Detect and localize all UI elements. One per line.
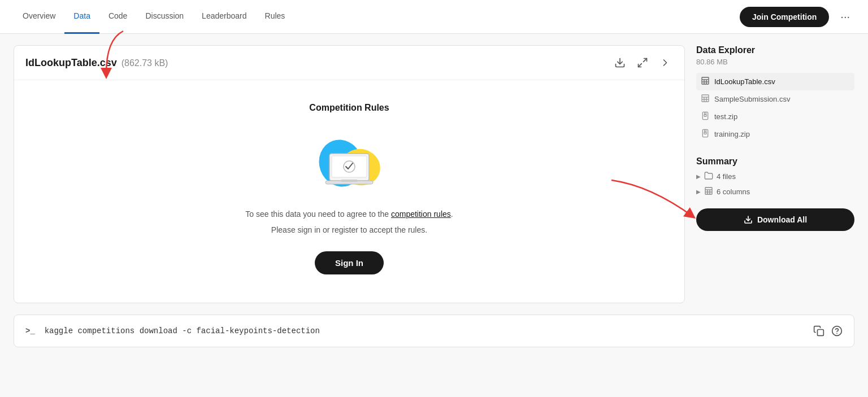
file-list-item-label: training.zip (714, 130, 750, 138)
cli-section: >_ kaggle competitions download -c facia… (0, 315, 868, 361)
file-list: IdLookupTable.csv SampleS (696, 73, 854, 143)
nav-right-actions: Join Competition ··· (740, 7, 854, 27)
left-content: IdLookupTable.csv (862.73 kB) (14, 45, 685, 303)
rules-title: Competition Rules (309, 103, 389, 113)
svg-rect-34 (818, 329, 824, 335)
tab-overview[interactable]: Overview (14, 0, 64, 34)
file-list-item[interactable]: SampleSubmission.csv (696, 90, 854, 108)
cli-command-text: kaggle competitions download -c facial-k… (45, 326, 320, 335)
file-viewer: IdLookupTable.csv (862.73 kB) (14, 45, 685, 303)
download-all-button[interactable]: Download All (696, 208, 854, 231)
right-sidebar: Data Explorer 80.86 MB (696, 45, 854, 245)
folder-icon (704, 171, 713, 182)
cli-actions (813, 325, 843, 337)
nav-tabs: Overview Data Code Discussion Leaderboar… (14, 0, 740, 34)
svg-rect-9 (341, 180, 358, 182)
rules-message-line2: Please sign in or register to accept the… (271, 224, 427, 236)
svg-rect-10 (702, 77, 709, 84)
tab-rules[interactable]: Rules (256, 0, 294, 34)
tab-discussion[interactable]: Discussion (136, 0, 193, 34)
csv-icon (701, 76, 710, 87)
tab-leaderboard[interactable]: Leaderboard (193, 0, 255, 34)
file-list-item-label: test.zip (714, 112, 737, 121)
svg-rect-20 (702, 112, 708, 119)
svg-line-2 (639, 64, 642, 67)
file-list-item[interactable]: training.zip (696, 125, 854, 143)
chevron-right-icon: ▶ (696, 189, 701, 195)
cli-command: >_ kaggle competitions download -c facia… (25, 326, 806, 335)
file-title: IdLookupTable.csv (862.73 kB) (25, 57, 612, 69)
file-list-item[interactable]: IdLookupTable.csv (696, 73, 854, 90)
download-all-wrapper: Download All (696, 208, 854, 231)
file-list-item-label: SampleSubmission.csv (714, 95, 790, 103)
copy-command-button[interactable] (813, 325, 824, 337)
svg-rect-23 (704, 115, 706, 116)
download-all-label: Download All (757, 215, 807, 224)
help-button[interactable] (831, 325, 843, 337)
data-explorer-title: Data Explorer (696, 45, 854, 55)
file-list-item-label: IdLookupTable.csv (714, 77, 775, 86)
download-icon (744, 215, 753, 224)
help-icon (831, 325, 843, 337)
main-layout: IdLookupTable.csv (862.73 kB) (0, 34, 868, 315)
tab-data[interactable]: Data (64, 0, 99, 34)
svg-rect-27 (704, 132, 706, 134)
svg-rect-15 (702, 95, 709, 102)
expand-file-button[interactable] (635, 55, 650, 71)
rules-message-line1: To see this data you need to agree to th… (245, 208, 453, 220)
copy-icon (813, 325, 824, 337)
summary-columns-item[interactable]: ▶ 6 columns (696, 184, 854, 199)
zip-icon (701, 129, 710, 139)
summary-title: Summary (696, 156, 854, 167)
file-size: (862.73 kB) (121, 58, 168, 68)
download-file-button[interactable] (612, 55, 628, 71)
more-options-button[interactable]: ··· (836, 8, 854, 25)
file-actions (612, 55, 673, 71)
file-name: IdLookupTable.csv (25, 57, 117, 69)
summary-columns-label: 6 columns (717, 187, 750, 196)
file-header: IdLookupTable.csv (862.73 kB) (14, 46, 684, 80)
summary-section: Summary ▶ 4 files ▶ (696, 156, 854, 231)
cli-box: >_ kaggle competitions download -c facia… (14, 315, 854, 347)
zip-icon (701, 111, 710, 122)
top-navigation: Overview Data Code Discussion Leaderboar… (0, 0, 868, 34)
svg-rect-24 (702, 129, 708, 137)
rules-content: Competition Rules (14, 80, 684, 303)
chevron-right-icon: ▶ (696, 173, 701, 180)
svg-rect-28 (705, 187, 712, 194)
next-file-button[interactable] (657, 55, 673, 71)
columns-icon (704, 186, 713, 197)
join-competition-button[interactable]: Join Competition (740, 7, 829, 27)
summary-files-item[interactable]: ▶ 4 files (696, 169, 854, 184)
svg-line-1 (644, 59, 647, 62)
csv-icon (701, 94, 710, 104)
cli-prompt-symbol: >_ (25, 326, 35, 335)
rules-illustration (310, 126, 389, 194)
data-explorer-size: 80.86 MB (696, 58, 854, 66)
tab-code[interactable]: Code (99, 0, 136, 34)
data-explorer-section: Data Explorer 80.86 MB (696, 45, 854, 143)
sign-in-button[interactable]: Sign In (315, 251, 384, 274)
file-list-item[interactable]: test.zip (696, 108, 854, 125)
summary-files-label: 4 files (717, 172, 736, 181)
competition-rules-link[interactable]: competition rules (391, 210, 451, 219)
